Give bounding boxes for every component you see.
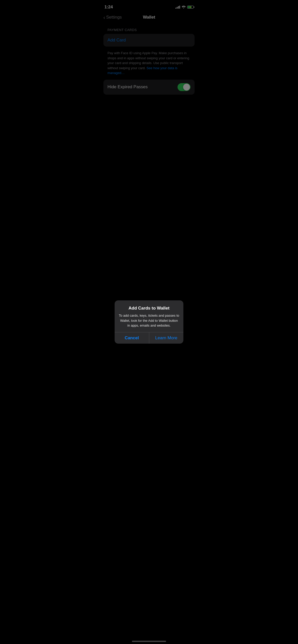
dialog-overlay: Add Cards to Wallet To add cards, keys, …	[99, 0, 199, 215]
